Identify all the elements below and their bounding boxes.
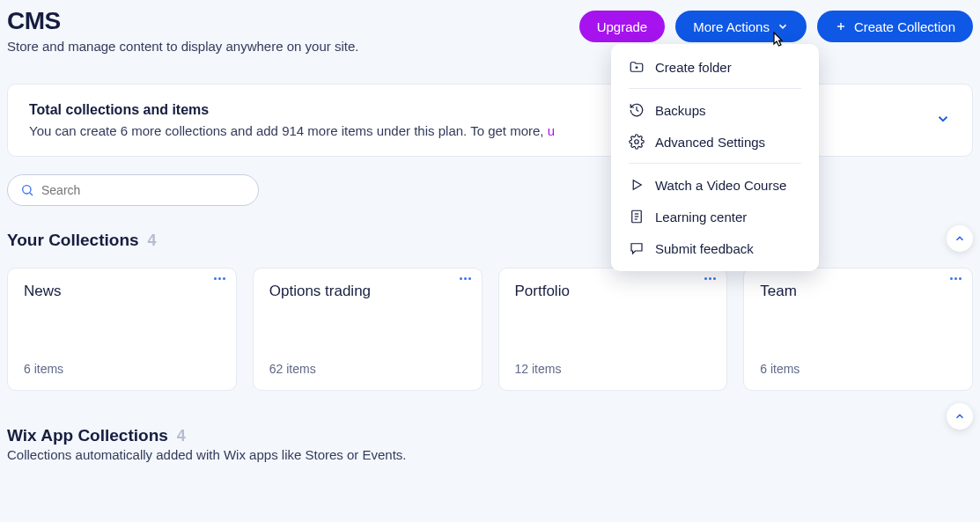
card-more-button[interactable] <box>214 277 225 280</box>
create-collection-label: Create Collection <box>854 19 955 34</box>
upgrade-label: Upgrade <box>597 19 648 34</box>
dropdown-label: Learning center <box>655 210 747 224</box>
dropdown-item-advanced-settings[interactable]: Advanced Settings <box>611 126 819 158</box>
more-actions-dropdown: Create folder Backups Advanced Settings … <box>611 44 819 271</box>
dropdown-label: Create folder <box>655 60 732 75</box>
collection-card[interactable]: Team 6 items <box>743 268 973 391</box>
wix-collections-subtitle: Collections automatically added with Wix… <box>7 447 973 462</box>
card-title: Team <box>760 283 956 300</box>
collection-card[interactable]: News 6 items <box>7 268 237 391</box>
plus-icon <box>835 20 847 33</box>
wix-collections-collapse-toggle[interactable] <box>947 403 973 430</box>
svg-point-6 <box>635 140 639 144</box>
your-collections-collapse-toggle[interactable] <box>947 225 973 252</box>
card-items-count: 6 items <box>760 362 956 376</box>
wix-collections-count: 4 <box>177 427 186 445</box>
upgrade-link[interactable]: u <box>548 123 555 138</box>
card-title: News <box>24 283 220 300</box>
dropdown-label: Backups <box>655 103 706 118</box>
card-more-button[interactable] <box>950 277 962 280</box>
usage-banner: Total collections and items You can crea… <box>7 84 973 157</box>
search-input[interactable] <box>41 183 246 197</box>
history-icon <box>629 102 645 118</box>
card-more-button[interactable] <box>460 277 471 280</box>
your-collections-title: Your Collections <box>7 231 139 250</box>
card-more-button[interactable] <box>704 277 716 280</box>
card-items-count: 62 items <box>269 362 466 376</box>
banner-title: Total collections and items <box>29 102 555 118</box>
dropdown-item-backups[interactable]: Backups <box>611 94 819 126</box>
page-subtitle: Store and manage content to display anyw… <box>7 39 358 54</box>
gear-icon <box>629 134 645 150</box>
banner-collapse-toggle[interactable] <box>935 111 951 130</box>
more-actions-label: More Actions <box>693 19 770 34</box>
search-icon <box>20 183 34 197</box>
search-input-wrap[interactable] <box>7 174 259 206</box>
dropdown-item-video-course[interactable]: Watch a Video Course <box>611 169 819 201</box>
svg-point-2 <box>23 186 31 194</box>
play-icon <box>629 177 645 193</box>
folder-plus-icon <box>629 59 645 75</box>
your-collections-count: 4 <box>148 232 157 250</box>
dropdown-item-submit-feedback[interactable]: Submit feedback <box>611 232 819 264</box>
collection-card[interactable]: Options trading 62 items <box>253 268 483 391</box>
svg-line-3 <box>30 193 33 195</box>
dropdown-label: Watch a Video Course <box>655 178 786 193</box>
card-items-count: 12 items <box>515 362 711 376</box>
card-title: Portfolio <box>515 283 711 300</box>
banner-body: You can create 6 more collections and ad… <box>29 123 555 138</box>
svg-marker-7 <box>633 180 641 190</box>
upgrade-button[interactable]: Upgrade <box>579 11 666 42</box>
dropdown-label: Submit feedback <box>655 241 754 256</box>
dropdown-label: Advanced Settings <box>655 135 765 150</box>
wix-collections-title: Wix App Collections <box>7 426 168 445</box>
chat-icon <box>629 240 645 256</box>
create-collection-button[interactable]: Create Collection <box>817 11 973 42</box>
chevron-up-icon <box>954 232 966 245</box>
more-actions-button[interactable]: More Actions <box>675 11 807 42</box>
card-items-count: 6 items <box>24 362 220 376</box>
dropdown-divider <box>629 163 801 164</box>
chevron-down-icon <box>935 111 951 127</box>
page-title: CMS <box>7 7 358 35</box>
dropdown-item-create-folder[interactable]: Create folder <box>611 51 819 83</box>
dropdown-divider <box>629 88 801 89</box>
document-icon <box>629 209 645 224</box>
card-title: Options trading <box>269 283 466 300</box>
collection-card[interactable]: Portfolio 12 items <box>498 268 728 391</box>
chevron-up-icon <box>954 410 966 423</box>
dropdown-item-learning-center[interactable]: Learning center <box>611 201 819 232</box>
chevron-down-icon <box>777 20 789 33</box>
